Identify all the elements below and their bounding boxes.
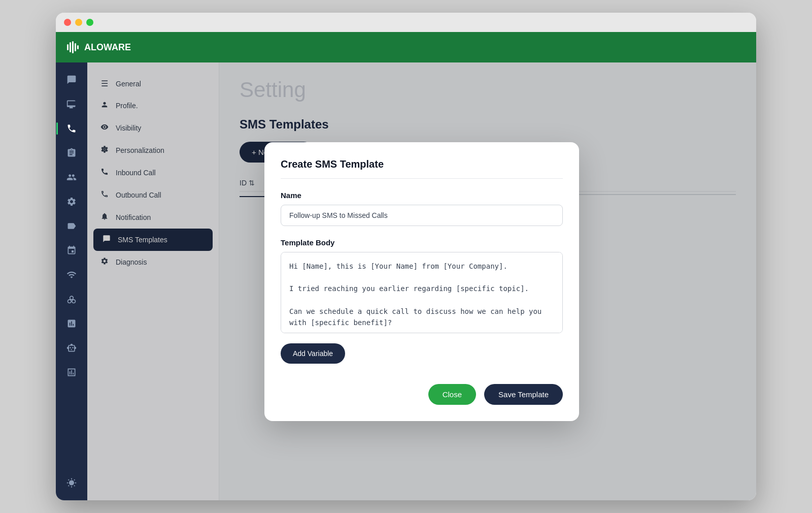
chart-icon-btn[interactable] [60, 361, 83, 383]
app-container: ALOWARE [56, 32, 756, 500]
dot-yellow[interactable] [75, 19, 82, 26]
logo-icon [66, 40, 80, 54]
svg-rect-1 [70, 42, 71, 52]
browser-window: ALOWARE [56, 13, 756, 500]
body-textarea[interactable]: Hi [Name], this is [Your Name] from [You… [281, 252, 563, 333]
dot-red[interactable] [64, 19, 71, 26]
logo: ALOWARE [66, 40, 131, 54]
top-nav: ALOWARE [56, 32, 756, 62]
modal-footer: Close Save Template [281, 384, 563, 405]
chat-icon-btn[interactable] [60, 69, 83, 91]
name-input[interactable] [281, 205, 563, 226]
save-template-button[interactable]: Save Template [484, 384, 563, 405]
content-area: ☰ General Profile. Visibility [87, 62, 756, 500]
monitor-icon-btn[interactable] [60, 93, 83, 115]
robot-icon-btn[interactable] [60, 337, 83, 359]
tag-icon-btn[interactable] [60, 215, 83, 237]
name-label: Name [281, 191, 563, 200]
broadcast-icon-btn[interactable] [60, 264, 83, 286]
modal-title: Create SMS Template [281, 158, 563, 179]
browser-chrome [56, 13, 756, 32]
add-variable-button[interactable]: Add Variable [281, 343, 345, 364]
main-layout: ☰ General Profile. Visibility [56, 62, 756, 500]
clipboard-icon-btn[interactable] [60, 142, 83, 164]
sun-icon-btn[interactable] [60, 472, 83, 494]
close-button[interactable]: Close [428, 384, 476, 405]
body-label: Template Body [281, 238, 563, 247]
create-sms-template-modal: Create SMS Template Name Template Body H… [264, 142, 579, 421]
svg-rect-2 [72, 41, 74, 53]
sidebar-icons [56, 62, 87, 500]
users-icon-btn[interactable] [60, 166, 83, 188]
svg-rect-0 [67, 44, 69, 50]
modal-overlay: Create SMS Template Name Template Body H… [87, 62, 756, 500]
workflow-icon-btn[interactable] [60, 288, 83, 310]
dot-green[interactable] [86, 19, 93, 26]
phone-icon-btn[interactable] [60, 117, 83, 140]
calendar-icon-btn[interactable] [60, 239, 83, 262]
svg-rect-3 [75, 43, 76, 51]
svg-rect-4 [77, 45, 79, 49]
logo-text: ALOWARE [84, 42, 131, 53]
gear-icon-btn[interactable] [60, 190, 83, 213]
analytics-icon-btn[interactable] [60, 312, 83, 335]
